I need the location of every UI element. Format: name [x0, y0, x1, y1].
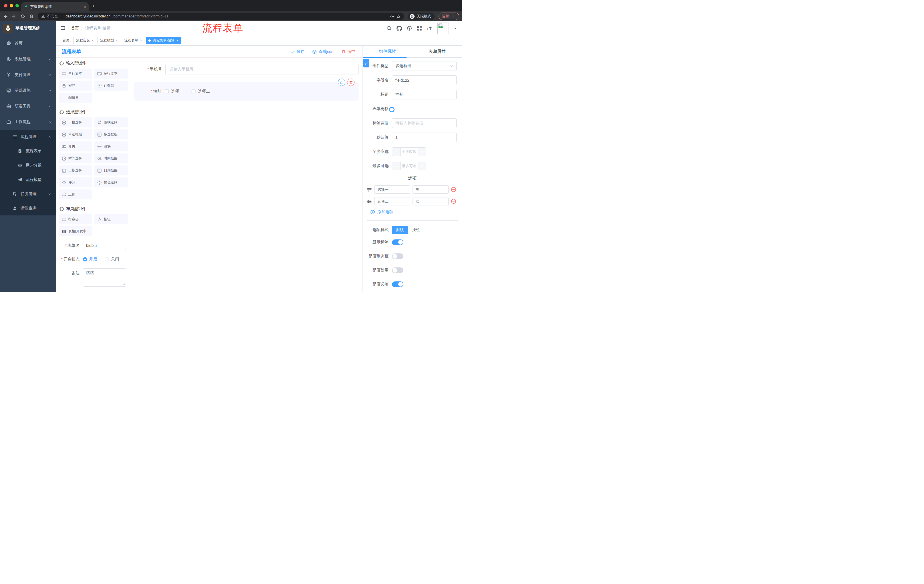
phone-field-input[interactable]: 请输入手机号 [165, 64, 358, 75]
palette-item-time-picker[interactable]: 时间选择 [59, 153, 92, 163]
sidebar-item-task-mgmt[interactable]: 任务管理 [0, 187, 56, 201]
tag-close-icon[interactable]: × [116, 39, 117, 42]
sidebar-item-process-mgmt[interactable]: 流程管理 [0, 130, 56, 144]
hamburger-fold-icon[interactable] [60, 25, 66, 32]
sidebar-item-user-group[interactable]: 用户分组 [0, 158, 56, 173]
search-icon[interactable] [386, 26, 392, 31]
palette-item-button[interactable]: 按钮 [94, 214, 128, 224]
tag-process-form[interactable]: 流程表单× [122, 37, 144, 44]
palette-item-color-picker[interactable]: 颜色选择 [94, 178, 128, 188]
tag-process-model[interactable]: 流程模型× [97, 37, 120, 44]
sidebar-item-infra[interactable]: 基础设施 [0, 82, 56, 98]
show-label-toggle[interactable] [392, 239, 403, 245]
palette-item-radio-group[interactable]: 单选框组 [59, 130, 92, 140]
tag-process-definition[interactable]: 流程定义× [73, 37, 96, 44]
title-input[interactable]: 性别 [392, 90, 457, 99]
palette-item-date-range[interactable]: 日期范围 [94, 165, 128, 175]
style-default-button[interactable]: 默认 [392, 226, 408, 234]
gender-option-1-checkbox[interactable]: 选项一 [165, 89, 183, 94]
remove-option-icon[interactable] [451, 199, 456, 204]
decrement-button[interactable]: − [392, 148, 401, 156]
browser-menu-dots-icon[interactable]: ⋮ [452, 14, 456, 18]
canvas-board[interactable]: *手机号 请输入手机号 *性别 选项一 选项二 [131, 58, 363, 292]
sidebar-item-leave-query[interactable]: 请假查询 [0, 201, 56, 216]
min-select-stepper[interactable]: − 至少应选 + [392, 147, 426, 156]
save-button[interactable]: 保存 [290, 49, 304, 54]
tag-close-icon[interactable]: × [177, 39, 178, 42]
url-path[interactable]: /bpm/manager/form/edit?formId=11 [113, 14, 168, 18]
option-value-input[interactable]: 女 [412, 197, 449, 206]
security-label[interactable]: 不安全 [47, 14, 58, 19]
resize-handle-icon[interactable] [122, 283, 125, 285]
option-label-input[interactable]: 选项一 [374, 186, 410, 194]
palette-item-editor[interactable]: 编辑器 [59, 92, 92, 102]
decrement-button[interactable]: − [392, 162, 401, 170]
form-remark-textarea[interactable]: 嘿嘿 [83, 268, 126, 286]
sidebar-item-process-model[interactable]: 流程模型 [0, 173, 56, 187]
bookmark-star-icon[interactable] [396, 14, 401, 18]
drag-handle-icon[interactable] [367, 187, 372, 192]
caret-down-icon[interactable] [454, 27, 457, 30]
sidebar-item-payment[interactable]: 支付管理 [0, 67, 56, 82]
tag-home[interactable]: 首页 [60, 37, 72, 44]
palette-item-single-text[interactable]: 单行文本 [59, 69, 92, 79]
palette-item-time-range[interactable]: 时间范围 [94, 153, 128, 163]
address-bar[interactable]: 不安全 dashboard.yudao.iocoder.cn/bpm/manag… [38, 13, 404, 20]
remove-option-icon[interactable] [451, 187, 456, 192]
default-value-input[interactable]: 1 [392, 133, 457, 142]
sidebar-item-system[interactable]: 系统管理 [0, 51, 56, 67]
back-button[interactable] [3, 14, 8, 19]
minimize-window-button[interactable] [10, 4, 13, 7]
disabled-toggle[interactable] [392, 267, 403, 273]
status-radio-off[interactable]: 关闭 [105, 257, 119, 262]
view-json-button[interactable]: 查看json [312, 49, 333, 54]
form-name-input[interactable]: biubiu [83, 241, 126, 250]
maximize-window-button[interactable] [15, 4, 19, 7]
gender-option-2-checkbox[interactable]: 选项二 [191, 89, 210, 94]
checkbox-icon[interactable] [165, 89, 169, 94]
palette-item-select[interactable]: 下拉选择 [59, 117, 92, 127]
forward-button[interactable] [12, 14, 16, 19]
close-window-button[interactable] [4, 4, 7, 7]
palette-item-switch[interactable]: 开关 [59, 141, 92, 151]
palette-item-rate[interactable]: 评分 [59, 178, 92, 188]
border-toggle[interactable] [392, 253, 403, 259]
slider-handle[interactable] [389, 107, 394, 112]
sidebar-item-home[interactable]: 首页 [0, 35, 56, 51]
password-key-icon[interactable] [390, 14, 394, 18]
tab-close-icon[interactable]: × [84, 5, 86, 9]
palette-item-slider[interactable]: 滑块 [94, 141, 128, 151]
palette-item-checkbox-group[interactable]: 多选框组 [94, 130, 128, 140]
component-type-select[interactable]: 多选框组 [392, 61, 457, 71]
field-name-input[interactable]: field122 [392, 76, 457, 85]
option-label-input[interactable]: 选项二 [374, 197, 410, 206]
palette-item-date-picker[interactable]: 日期选择 [59, 165, 92, 175]
checkbox-icon[interactable] [191, 89, 196, 94]
help-icon[interactable] [407, 26, 412, 31]
url-domain[interactable]: dashboard.yudao.iocoder.cn [66, 14, 111, 18]
breadcrumb-home[interactable]: 首页 [71, 26, 79, 31]
fullscreen-icon[interactable] [417, 26, 422, 31]
github-icon[interactable] [396, 26, 402, 31]
delete-component-button[interactable] [347, 79, 355, 86]
clear-button[interactable]: 清空 [342, 49, 355, 54]
palette-item-counter[interactable]: 123计数器 [94, 81, 128, 90]
copy-component-button[interactable] [338, 79, 345, 86]
font-size-icon[interactable]: TT [427, 26, 432, 31]
browser-update-button[interactable]: 更新 ⋮ [439, 13, 459, 20]
tag-process-form-edit[interactable]: 流程表单-编辑× [146, 37, 181, 44]
max-select-stepper[interactable]: − 最多可选 + [392, 162, 426, 170]
increment-button[interactable]: + [418, 162, 426, 170]
drag-handle-icon[interactable] [367, 199, 372, 204]
palette-item-table[interactable]: 表格[开发中] [59, 226, 92, 236]
browser-tab[interactable]: 芋道管理系统 × [21, 2, 89, 12]
new-tab-button[interactable]: + [92, 3, 95, 8]
tag-close-icon[interactable]: × [92, 39, 94, 42]
sidebar-item-process-form[interactable]: 流程表单 [0, 144, 56, 158]
sidebar-item-workflow[interactable]: 工作流程 [0, 114, 56, 130]
reload-button[interactable] [21, 14, 25, 18]
link-handle[interactable] [363, 59, 369, 67]
palette-item-cascader[interactable]: 级联选择 [94, 117, 128, 127]
palette-item-textarea[interactable]: 多行文本 [94, 69, 128, 79]
palette-item-password[interactable]: 密码 [59, 81, 92, 90]
